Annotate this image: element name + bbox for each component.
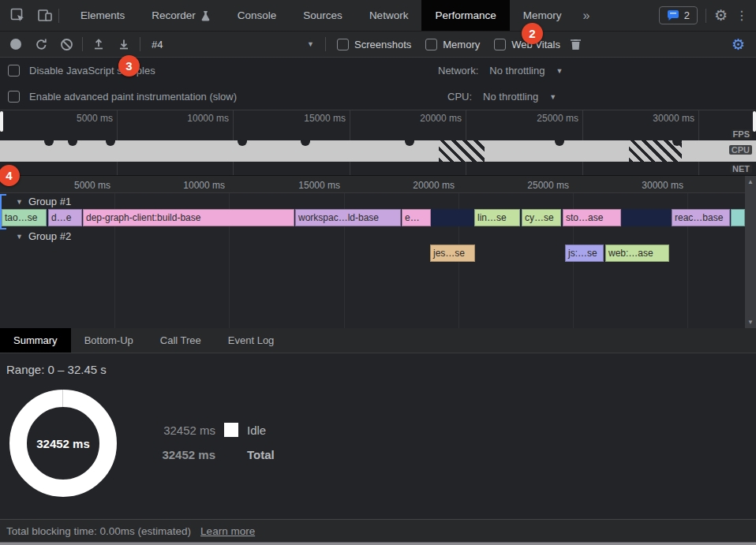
scroll-up-icon[interactable]: ▲ bbox=[747, 176, 754, 188]
tab-label: Network bbox=[369, 9, 409, 21]
collapse-triangle-icon[interactable]: ▼ bbox=[16, 233, 23, 241]
load-profile-icon[interactable] bbox=[89, 35, 108, 54]
network-throttling-select[interactable]: Network: No throttling ▼ bbox=[438, 65, 563, 77]
flame-tick-label: 20000 ms bbox=[413, 180, 455, 191]
inspect-element-icon[interactable] bbox=[6, 4, 30, 28]
detail-tab-summary[interactable]: Summary bbox=[0, 328, 71, 353]
capture-settings-row-2: Enable advanced paint instrumentation (s… bbox=[0, 84, 756, 110]
legend-row: 32452 msTotal bbox=[160, 447, 275, 461]
checkbox-memory[interactable]: Memory bbox=[425, 39, 480, 50]
save-profile-icon[interactable] bbox=[114, 35, 133, 54]
group-label: Group #2 bbox=[28, 230, 71, 242]
device-toolbar-icon[interactable] bbox=[33, 4, 57, 28]
task-bar[interactable]: reac…base bbox=[672, 209, 730, 226]
group-header-2[interactable]: ▼ Group #2 bbox=[0, 229, 745, 244]
divider bbox=[82, 37, 83, 51]
task-bar[interactable]: e… bbox=[402, 209, 431, 226]
detail-tab-event-log[interactable]: Event Log bbox=[215, 328, 288, 353]
overview-tick-label: 25000 ms bbox=[537, 113, 578, 124]
task-bar[interactable]: workspac…ld-base bbox=[295, 209, 401, 226]
devtools-tabbar: ElementsRecorderConsoleSourcesNetworkPer… bbox=[0, 0, 756, 32]
learn-more-link[interactable]: Learn more bbox=[200, 525, 255, 537]
task-bar[interactable] bbox=[731, 209, 745, 226]
group-label: Group #1 bbox=[28, 196, 71, 207]
trash-icon[interactable] bbox=[567, 35, 586, 54]
overview-right-handle[interactable] bbox=[753, 111, 756, 132]
capture-settings-gear-icon[interactable]: ⚙ bbox=[732, 37, 750, 52]
settings-gear-icon[interactable]: ⚙ bbox=[714, 8, 728, 23]
task-bar[interactable]: lin…se bbox=[474, 209, 520, 226]
cpu-hatched-region bbox=[629, 140, 682, 162]
panel-tabs: ElementsRecorderConsoleSourcesNetworkPer… bbox=[67, 0, 574, 31]
detail-tabbar: SummaryBottom-UpCall TreeEvent Log bbox=[0, 328, 756, 353]
range-label: Range: 0 – 32.45 s bbox=[6, 363, 107, 376]
disable-js-samples-checkbox[interactable] bbox=[8, 65, 20, 77]
advanced-paint-checkbox[interactable] bbox=[8, 91, 20, 103]
overview-tick-label: 30000 ms bbox=[653, 113, 694, 124]
detail-tab-call-tree[interactable]: Call Tree bbox=[147, 328, 215, 353]
scroll-down-icon[interactable]: ▼ bbox=[747, 316, 754, 328]
advanced-paint-label: Enable advanced paint instrumentation (s… bbox=[29, 91, 237, 103]
total-blocking-time-label: Total blocking time: 0.00ms (estimated) bbox=[6, 525, 191, 537]
legend-label: Idle bbox=[247, 424, 266, 437]
record-button[interactable] bbox=[6, 35, 25, 54]
tab-memory[interactable]: Memory bbox=[510, 0, 575, 31]
flame-tick-label: 25000 ms bbox=[527, 180, 569, 191]
tab-console[interactable]: Console bbox=[224, 0, 290, 31]
tab-network[interactable]: Network bbox=[356, 0, 422, 31]
tab-label: Elements bbox=[80, 9, 125, 21]
task-bar[interactable]: tao…se bbox=[2, 209, 47, 226]
more-tabs-button[interactable]: » bbox=[574, 9, 597, 23]
cpu-hatched-region bbox=[439, 140, 485, 162]
cpu-throttling-select[interactable]: CPU: No throttling ▼ bbox=[447, 91, 556, 103]
task-bar[interactable]: d…e bbox=[48, 209, 82, 226]
tutorial-badge-2: 2 bbox=[522, 23, 543, 44]
detail-tab-bottom-up[interactable]: Bottom-Up bbox=[71, 328, 147, 353]
vertical-scrollbar[interactable]: ▲ ▼ bbox=[745, 176, 756, 328]
cpu-throttling-value: No throttling bbox=[483, 91, 538, 103]
tab-label: Sources bbox=[303, 9, 342, 21]
tab-elements[interactable]: Elements bbox=[67, 0, 138, 31]
performance-toolbar: #4 ▼ ScreenshotsMemoryWeb Vitals ⚙ bbox=[0, 32, 756, 58]
flame-chart[interactable]: 5000 ms10000 ms15000 ms20000 ms25000 ms3… bbox=[0, 176, 756, 328]
legend-swatch bbox=[224, 423, 238, 437]
checkbox-screenshots[interactable]: Screenshots bbox=[337, 39, 411, 50]
tab-sources[interactable]: Sources bbox=[290, 0, 356, 31]
task-bar[interactable]: cy…se bbox=[522, 209, 561, 226]
divider bbox=[58, 9, 59, 23]
task-bar[interactable]: web:…ase bbox=[605, 245, 669, 262]
task-bar[interactable]: js:…se bbox=[565, 245, 604, 262]
overview-left-handle[interactable] bbox=[0, 111, 3, 132]
checkbox-box[interactable] bbox=[425, 39, 437, 50]
checkbox-label: Memory bbox=[443, 39, 480, 50]
tab-performance[interactable]: Performance bbox=[421, 0, 509, 31]
group-header-1[interactable]: ▼ Group #1 bbox=[0, 194, 745, 209]
lane-label-fps: FPS bbox=[731, 129, 752, 139]
collapse-triangle-icon[interactable]: ▼ bbox=[16, 198, 23, 206]
tabbar-right-cluster: 2 ⚙ ⋮ bbox=[659, 6, 756, 24]
task-bar[interactable]: dep-graph-client:build-base bbox=[83, 209, 294, 226]
profile-select[interactable]: #4 ▼ bbox=[147, 39, 319, 50]
more-options-icon[interactable]: ⋮ bbox=[735, 9, 748, 22]
overview-tick-label: 10000 ms bbox=[187, 113, 229, 124]
tab-recorder[interactable]: Recorder bbox=[138, 0, 224, 31]
task-bar[interactable]: sto…ase bbox=[563, 209, 621, 226]
overview-tick-label: 20000 ms bbox=[420, 113, 462, 124]
checkbox-box[interactable] bbox=[494, 39, 506, 50]
flask-icon bbox=[200, 10, 211, 21]
divider bbox=[140, 37, 140, 51]
task-bar[interactable]: jes…se bbox=[430, 245, 475, 262]
console-messages-button[interactable]: 2 bbox=[659, 6, 698, 24]
clear-icon[interactable] bbox=[57, 35, 76, 54]
timeline-overview[interactable]: 5000 ms10000 ms15000 ms20000 ms25000 ms3… bbox=[0, 110, 756, 176]
reload-record-icon[interactable] bbox=[32, 35, 51, 54]
chat-bubble-icon bbox=[667, 10, 679, 21]
flame-ruler bbox=[0, 176, 745, 193]
selection-bracket bbox=[0, 194, 8, 230]
summary-donut-chart: 32452 ms bbox=[9, 390, 117, 497]
profile-select-value: #4 bbox=[152, 39, 163, 50]
tab-label: Console bbox=[238, 9, 277, 21]
divider bbox=[705, 9, 706, 23]
checkbox-box[interactable] bbox=[337, 39, 349, 50]
legend-label: Total bbox=[247, 448, 275, 461]
